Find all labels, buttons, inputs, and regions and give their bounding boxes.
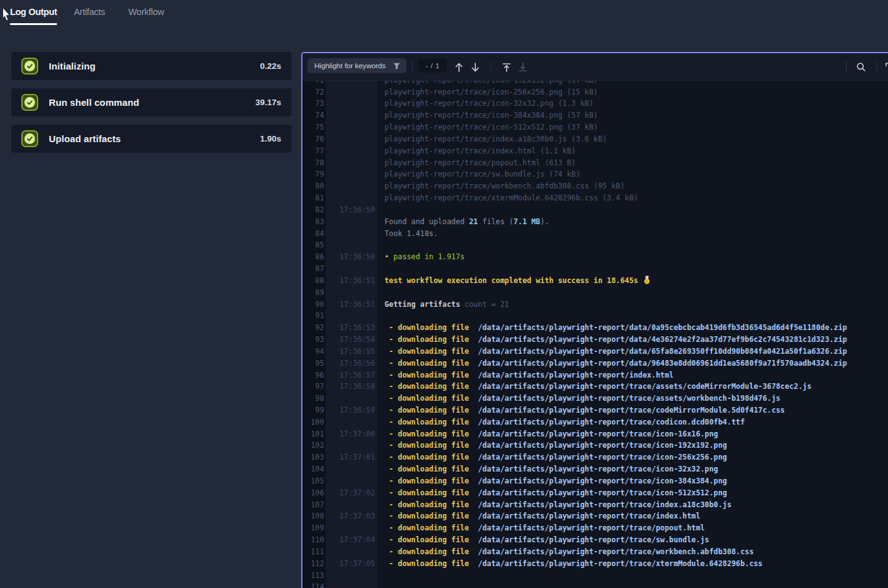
log-text: • passed in 1.917s (385, 251, 465, 263)
log-line-number[interactable]: 81 (302, 192, 324, 204)
log-text: playwright-report/trace/icon-512x512.png… (385, 121, 598, 133)
log-line-number[interactable]: 80 (302, 180, 324, 192)
previous-match-button[interactable] (451, 53, 467, 81)
log-timestamp (339, 228, 375, 240)
log-line-number[interactable]: 113 (302, 570, 324, 582)
log-text: playwright-report/trace/sw.bundle.js (74… (385, 168, 581, 180)
log-line: 84Took 1.418s. (302, 228, 888, 240)
log-timestamp (339, 499, 375, 511)
log-line-number[interactable]: 86 (302, 251, 324, 263)
log-line-number[interactable]: 83 (302, 216, 324, 228)
log-line: 113 (302, 570, 888, 582)
log-line: 10617:37:02 - downloading file /data/art… (302, 487, 888, 499)
log-line-number[interactable]: 94 (302, 346, 324, 358)
keyword-highlight-filter[interactable]: Highlight for keywords (307, 58, 406, 73)
log-line-number[interactable]: 74 (302, 110, 324, 121)
log-line-number[interactable]: 84 (302, 228, 324, 240)
log-line-number[interactable]: 106 (302, 487, 324, 499)
next-match-button[interactable] (467, 53, 483, 81)
log-line-number[interactable]: 77 (302, 145, 324, 157)
scroll-to-bottom-button[interactable] (515, 53, 531, 81)
step-card[interactable]: Initializing0.22s (11, 51, 292, 81)
log-line-number[interactable]: 108 (302, 510, 324, 522)
tab-artifacts[interactable]: Artifacts (74, 0, 105, 25)
log-text: playwright-report/trace/index.html (1.1 … (385, 145, 576, 157)
log-line-number[interactable]: 88 (302, 275, 324, 287)
log-timestamp (339, 81, 375, 86)
log-timestamp (339, 393, 375, 405)
log-line-number[interactable]: 111 (302, 546, 324, 558)
log-timestamp (339, 475, 375, 487)
log-line: 79playwright-report/trace/sw.bundle.js (… (302, 168, 888, 180)
log-line-number[interactable]: 110 (302, 534, 324, 546)
step-card[interactable]: Upload artifacts1.90s (11, 124, 292, 153)
log-line-number[interactable]: 103 (302, 451, 324, 463)
log-line: 9517:36:56 - downloading file /data/arti… (302, 358, 888, 369)
log-timestamp (339, 157, 375, 169)
log-line-number[interactable]: 112 (302, 558, 324, 570)
log-line-number[interactable]: 93 (302, 334, 324, 346)
log-line-number[interactable]: 92 (302, 322, 324, 334)
log-line-number[interactable]: 73 (302, 98, 324, 110)
log-line-number[interactable]: 85 (302, 239, 324, 251)
log-line-number[interactable]: 101 (302, 428, 324, 440)
scroll-to-top-button[interactable] (498, 53, 515, 81)
log-line-number[interactable]: 99 (302, 405, 324, 416)
search-match-counter: - / 1 (418, 59, 447, 73)
log-timestamp (339, 110, 375, 121)
log-line: 76playwright-report/trace/index.a18c30b0… (302, 133, 888, 145)
log-line-number[interactable]: 75 (302, 121, 324, 133)
log-line: 85 (302, 239, 888, 251)
log-line-number[interactable]: 95 (302, 358, 324, 369)
log-text: playwright-report/trace/icon-32x32.png (… (385, 98, 594, 110)
log-line-number[interactable]: 87 (302, 263, 324, 275)
log-line: 10317:37:01 - downloading file /data/art… (302, 451, 888, 463)
search-button[interactable] (853, 53, 869, 81)
log-line-number[interactable]: 91 (302, 310, 324, 322)
log-line-number[interactable]: 79 (302, 168, 324, 180)
log-text: - downloading file /data/artifacts/playw… (385, 416, 745, 428)
log-line-number[interactable]: 109 (302, 522, 324, 534)
step-card[interactable]: Run shell command39.17s (11, 88, 292, 117)
log-timestamp (339, 522, 375, 534)
log-timestamp: 17:36:59 (339, 405, 375, 416)
log-line-number[interactable]: 78 (302, 157, 324, 169)
log-timestamp (339, 98, 375, 110)
log-line: 89 (302, 287, 888, 299)
log-text: Found and uploaded 21 files (7.1 MB). (385, 216, 549, 228)
check-icon (24, 97, 35, 108)
log-line-number[interactable]: 82 (302, 204, 324, 216)
log-line-number[interactable]: 76 (302, 133, 324, 145)
log-text: - downloading file /data/artifacts/playw… (385, 463, 718, 475)
log-line-number[interactable]: 104 (302, 463, 324, 475)
log-timestamp (339, 86, 375, 98)
log-line-number[interactable]: 102 (302, 440, 324, 451)
log-panel: Highlight for keywords - / 1 (301, 52, 888, 588)
log-text: playwright-report/trace/icon-384x384.png… (385, 110, 598, 121)
log-scroll-area[interactable]: 71playwright-report/trace/icon-192x192.p… (302, 81, 888, 588)
log-line-number[interactable]: 89 (302, 287, 324, 299)
expand-log-button[interactable] (882, 53, 888, 81)
log-line: 77playwright-report/trace/index.html (1.… (302, 145, 888, 157)
log-line-number[interactable]: 97 (302, 381, 324, 393)
log-text: Getting artifacts count = 21 (385, 299, 509, 311)
log-timestamp (339, 310, 375, 322)
log-line-number[interactable]: 71 (302, 81, 324, 86)
log-line-number[interactable]: 105 (302, 475, 324, 487)
log-timestamp (339, 581, 375, 588)
log-line-number[interactable]: 90 (302, 299, 324, 311)
log-line-number[interactable]: 98 (302, 393, 324, 405)
log-line-number[interactable]: 72 (302, 86, 324, 98)
log-line-number[interactable]: 96 (302, 369, 324, 381)
log-line-number[interactable]: 107 (302, 499, 324, 511)
tab-log-output[interactable]: Log Output (10, 0, 57, 25)
log-line: 114 (302, 581, 888, 588)
log-line: 10817:37:03 - downloading file /data/art… (302, 510, 888, 522)
pipeline-execution-page: Log Output Artifacts Workflow Initializi… (0, 0, 888, 588)
log-timestamp: 17:36:50 (339, 204, 375, 216)
log-line-number[interactable]: 100 (302, 416, 324, 428)
log-timestamp (339, 570, 375, 582)
log-timestamp: 17:36:51 (339, 275, 375, 287)
log-line-number[interactable]: 114 (302, 581, 324, 588)
tab-workflow[interactable]: Workflow (128, 0, 164, 25)
